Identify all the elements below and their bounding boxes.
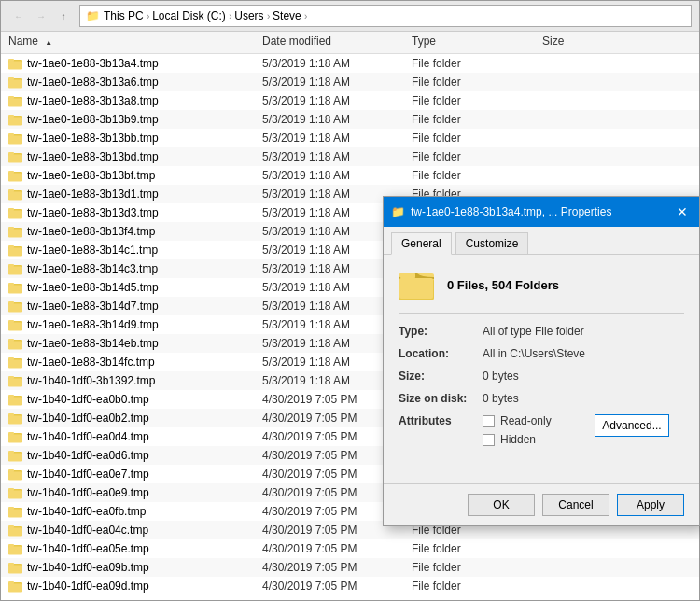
table-row[interactable]: tw-1ae0-1e88-3b13bf.tmp5/3/2019 1:18 AMF… — [1, 166, 699, 185]
folder-icon — [8, 430, 23, 443]
file-name: tw-1b40-1df0-ea0b2.tmp — [27, 412, 262, 425]
read-only-checkbox[interactable] — [483, 415, 495, 427]
col-header-date[interactable]: Date modified — [262, 35, 412, 50]
file-type: File folder — [412, 561, 542, 574]
svg-rect-44 — [8, 320, 14, 323]
svg-rect-76 — [8, 528, 22, 537]
folder-icon — [8, 561, 23, 574]
file-name: tw-1b40-1df0-ea05e.tmp — [27, 542, 262, 555]
file-date: 5/3/2019 1:18 AM — [262, 94, 412, 107]
folder-icon — [8, 318, 23, 331]
dialog-row-type: Type: All of type File folder — [399, 325, 684, 338]
folder-icon — [8, 374, 23, 387]
hidden-row: Hidden — [483, 433, 552, 446]
folder-large-icon — [399, 268, 436, 301]
dialog-title-bar: 📁 tw-1ae0-1e88-3b13a4.tmp, ... Propertie… — [384, 197, 699, 227]
table-row[interactable]: tw-1ae0-1e88-3b13a8.tmp5/3/2019 1:18 AMF… — [1, 91, 699, 110]
folder-icon — [8, 505, 23, 518]
folder-icon — [8, 262, 23, 275]
breadcrumb: This PC › Local Disk (C:) › Users › Stev… — [104, 9, 307, 22]
svg-rect-56 — [8, 395, 14, 398]
col-header-size[interactable]: Size — [542, 35, 617, 50]
up-button[interactable]: ↑ — [53, 6, 74, 26]
file-name: tw-1ae0-1e88-3b14c3.tmp — [27, 262, 262, 275]
folder-icon — [8, 412, 23, 425]
svg-rect-5 — [8, 77, 14, 80]
svg-rect-73 — [8, 510, 22, 518]
dialog-close-button[interactable]: ✕ — [673, 203, 692, 221]
file-name: tw-1ae0-1e88-3b13d1.tmp — [27, 188, 262, 201]
svg-rect-74 — [8, 507, 14, 510]
tab-general[interactable]: General — [391, 232, 452, 255]
dialog-row-location: Location: All in C:\Users\Steve — [399, 347, 684, 360]
table-row[interactable]: tw-1ae0-1e88-3b13b9.tmp5/3/2019 1:18 AMF… — [1, 110, 699, 129]
dialog-row-size-on-disk: Size on disk: 0 bytes — [399, 392, 684, 405]
file-type: File folder — [412, 76, 542, 89]
file-name: tw-1ae0-1e88-3b14d7.tmp — [27, 300, 262, 313]
folder-icon — [8, 225, 23, 238]
file-name: tw-1b40-1df0-ea0d6.tmp — [27, 449, 262, 462]
file-date: 4/30/2019 7:05 PM — [262, 580, 412, 593]
dialog-title-text: tw-1ae0-1e88-3b13a4.tmp, ... Properties — [411, 205, 611, 218]
file-name: tw-1ae0-1e88-3b13d3.tmp — [27, 206, 262, 219]
file-name: tw-1ae0-1e88-3b13a6.tmp — [27, 76, 262, 89]
file-date: 5/3/2019 1:18 AM — [262, 169, 412, 182]
file-date: 5/3/2019 1:18 AM — [262, 76, 412, 89]
ok-button[interactable]: OK — [468, 494, 535, 516]
apply-button[interactable]: Apply — [617, 494, 684, 516]
file-date: 5/3/2019 1:18 AM — [262, 57, 412, 70]
svg-rect-64 — [8, 454, 22, 462]
svg-rect-38 — [8, 283, 14, 286]
svg-rect-10 — [8, 118, 22, 126]
forward-button[interactable]: → — [31, 6, 51, 26]
address-bar[interactable]: 📁 This PC › Local Disk (C:) › Users › St… — [79, 5, 692, 27]
dialog-value-location: All in C:\Users\Steve — [483, 347, 585, 360]
read-only-row: Read-only — [483, 414, 552, 427]
svg-rect-17 — [8, 152, 14, 155]
table-row[interactable]: tw-1b40-1df0-ea09b.tmp4/30/2019 7:05 PMF… — [1, 558, 699, 577]
svg-rect-2 — [8, 59, 14, 62]
file-name: tw-1b40-1df0-ea04c.tmp — [27, 524, 262, 537]
file-date: 4/30/2019 7:05 PM — [262, 542, 412, 555]
folder-icon — [8, 468, 23, 481]
table-row[interactable]: tw-1b40-1df0-ea09d.tmp4/30/2019 7:05 PMF… — [1, 577, 699, 595]
file-name: tw-1b40-1df0-ea09d.tmp — [27, 580, 262, 593]
folder-icon — [8, 281, 23, 294]
advanced-button[interactable]: Advanced... — [595, 414, 669, 437]
col-header-name[interactable]: Name ▲ — [1, 35, 262, 50]
tab-customize[interactable]: Customize — [455, 232, 529, 254]
dialog-tabs: General Customize — [384, 227, 699, 255]
svg-rect-46 — [8, 342, 22, 350]
folder-icon — [8, 300, 23, 313]
svg-rect-28 — [8, 230, 22, 238]
folder-icon — [8, 76, 23, 89]
svg-rect-80 — [8, 544, 14, 547]
hidden-checkbox[interactable] — [483, 434, 495, 446]
table-row[interactable]: tw-1ae0-1e88-3b13a4.tmp5/3/2019 1:18 AMF… — [1, 54, 699, 73]
breadcrumb-item: This PC — [104, 9, 144, 22]
attributes-label: Attributes — [399, 414, 483, 427]
folder-icon — [8, 486, 23, 499]
cancel-button[interactable]: Cancel — [542, 494, 609, 516]
folder-icon — [8, 113, 23, 126]
dialog-value-size-on-disk: 0 bytes — [483, 392, 519, 405]
dialog-label-location: Location: — [399, 347, 483, 360]
col-header-type[interactable]: Type — [412, 35, 542, 50]
svg-rect-71 — [8, 488, 14, 491]
back-button[interactable]: ← — [8, 6, 29, 26]
folder-icon — [8, 94, 23, 107]
file-date: 4/30/2019 7:05 PM — [262, 561, 412, 574]
svg-rect-91 — [400, 273, 415, 279]
table-row[interactable]: tw-1ae0-1e88-3b13a6.tmp5/3/2019 1:18 AMF… — [1, 73, 699, 91]
table-row[interactable]: tw-1b40-1df0-ea05e.tmp4/30/2019 7:05 PMF… — [1, 539, 699, 558]
read-only-label: Read-only — [500, 414, 552, 427]
svg-rect-13 — [8, 136, 22, 145]
folder-icon — [8, 449, 23, 462]
svg-rect-29 — [8, 227, 14, 230]
hidden-label: Hidden — [500, 433, 536, 446]
svg-rect-52 — [8, 379, 22, 387]
breadcrumb-item: Steve — [273, 9, 301, 22]
table-row[interactable]: tw-1ae0-1e88-3b13bb.tmp5/3/2019 1:18 AMF… — [1, 129, 699, 147]
table-row[interactable]: tw-1ae0-1e88-3b13bd.tmp5/3/2019 1:18 AMF… — [1, 147, 699, 166]
dialog-title-left: 📁 tw-1ae0-1e88-3b13a4.tmp, ... Propertie… — [391, 205, 611, 218]
